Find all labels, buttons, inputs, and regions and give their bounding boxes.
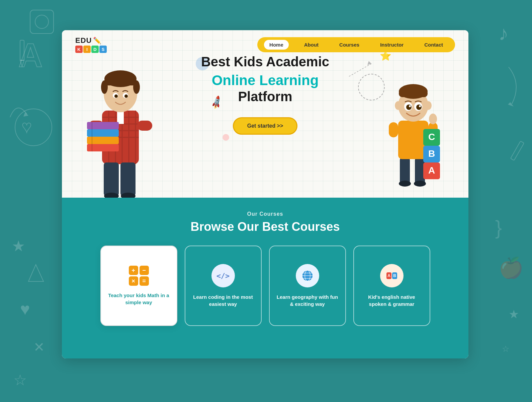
svg-text:☆: ☆ (13, 372, 27, 389)
page-background: A ♥ ★ ♥ ✕ ☆ ♪ 🍎 ★ ☆ } (0, 0, 532, 402)
nav-about[interactable]: About (299, 40, 324, 50)
nav-links-container: Home About Courses Instructor Contact (257, 37, 455, 52)
svg-text:A: A (387, 273, 390, 278)
svg-text:♥: ♥ (20, 300, 30, 319)
svg-text:A: A (428, 165, 435, 176)
svg-point-1 (15, 109, 52, 146)
svg-rect-46 (137, 121, 152, 131)
courses-section: Our Courses Browse Our Best Courses + − … (62, 198, 468, 358)
hero-content: Best Kids Academic Online Learning Platf… (182, 54, 349, 135)
svg-rect-62 (399, 90, 428, 97)
svg-rect-33 (120, 162, 136, 196)
svg-point-69 (409, 105, 411, 107)
svg-marker-5 (23, 112, 28, 117)
svg-rect-73 (389, 122, 398, 137)
svg-rect-55 (400, 157, 410, 184)
logo-letter-i: I (83, 46, 91, 53)
svg-point-44 (124, 94, 128, 98)
svg-text:}: } (495, 216, 502, 239)
main-card: EDU ✏️ K I D S Home About Courses Instr (62, 30, 468, 358)
courses-title: Browse Our Best Courses (190, 220, 340, 234)
course-card-math[interactable]: + − × = Teach your kids Math in a simple… (100, 246, 177, 326)
math-icon-wrap: + − × = (129, 266, 149, 286)
math-plus-icon: + (129, 266, 138, 275)
nav-courses[interactable]: Courses (334, 40, 365, 50)
course-card-geography[interactable]: Learn geography with fun & exciting way (269, 246, 346, 326)
nav-contact[interactable]: Contact (419, 40, 448, 50)
logo-pencil-icon: ✏️ (93, 37, 101, 45)
svg-point-64 (425, 101, 432, 110)
logo-letter-k: K (75, 46, 83, 53)
svg-point-63 (395, 101, 402, 110)
svg-point-72 (429, 114, 437, 124)
logo-letter-s: S (99, 46, 107, 53)
svg-marker-20 (367, 61, 371, 65)
english-icon-wrap: A B (380, 264, 404, 287)
courses-label: Our Courses (247, 211, 283, 217)
svg-point-39 (101, 80, 108, 94)
svg-point-67 (406, 105, 412, 110)
svg-rect-32 (104, 162, 119, 196)
svg-text:✕: ✕ (33, 340, 45, 354)
courses-grid: + − × = Teach your kids Math in a simple… (100, 246, 430, 326)
coding-icon-wrap: </> (211, 264, 235, 287)
svg-rect-31 (117, 111, 124, 124)
nav-instructor[interactable]: Instructor (375, 40, 409, 50)
logo-kids: K I D S (75, 46, 107, 53)
teacher-character (82, 44, 159, 198)
course-card-coding[interactable]: </> Learn coding in the most easiest way (185, 246, 262, 326)
svg-rect-38 (104, 77, 137, 85)
svg-rect-15 (511, 141, 524, 160)
math-times-icon: × (129, 276, 138, 286)
svg-text:🍎: 🍎 (499, 256, 524, 280)
svg-point-70 (419, 105, 421, 107)
course-title-coding: Learn coding in the most easiest way (192, 293, 254, 308)
course-title-math: Teach your kids Math in a simple way (108, 292, 170, 306)
navbar: EDU ✏️ K I D S Home About Courses Instr (62, 30, 468, 59)
svg-point-43 (114, 94, 118, 98)
logo-edu-text: EDU (75, 36, 92, 45)
deco-pink-circle (223, 134, 229, 141)
abc-icon: A B (386, 270, 398, 282)
svg-point-7 (35, 15, 49, 28)
svg-point-40 (133, 80, 140, 94)
svg-marker-14 (508, 102, 514, 107)
course-title-geography: Learn geography with fun & exciting way (276, 293, 339, 308)
svg-point-58 (414, 181, 426, 187)
geography-icon-wrap (296, 264, 319, 287)
svg-text:C: C (428, 132, 435, 142)
course-title-english: Kid's english native spoken & grammar (361, 293, 423, 308)
svg-rect-6 (30, 10, 54, 34)
svg-marker-9 (28, 265, 43, 281)
course-card-english[interactable]: A B Kid's english native spoken & gramma… (353, 246, 430, 326)
svg-point-68 (416, 105, 422, 110)
get-started-button[interactable]: Get started >> (233, 117, 298, 135)
math-minus-icon: − (140, 266, 149, 275)
svg-marker-4 (20, 60, 24, 66)
svg-text:B: B (428, 148, 435, 159)
hero-section: EDU ✏️ K I D S Home About Courses Instr (62, 30, 468, 198)
math-equals-icon: = (140, 276, 149, 286)
svg-text:♥: ♥ (22, 117, 32, 136)
svg-point-57 (399, 181, 411, 187)
kid-character: A B C (385, 67, 442, 198)
svg-text:A: A (18, 37, 42, 74)
logo: EDU ✏️ K I D S (75, 36, 107, 53)
svg-text:★: ★ (12, 238, 25, 255)
svg-text:B: B (393, 273, 396, 278)
coding-icon: </> (216, 272, 230, 280)
hero-title-platform: Platform (182, 88, 349, 105)
globe-icon (301, 270, 314, 282)
hero-title-highlight: Online Learning (182, 72, 349, 88)
svg-text:★: ★ (509, 308, 519, 321)
svg-text:♪: ♪ (499, 22, 509, 45)
nav-home[interactable]: Home (264, 40, 289, 50)
logo-letter-d: D (91, 46, 99, 53)
svg-text:☆: ☆ (502, 344, 509, 353)
svg-rect-3 (20, 40, 24, 60)
